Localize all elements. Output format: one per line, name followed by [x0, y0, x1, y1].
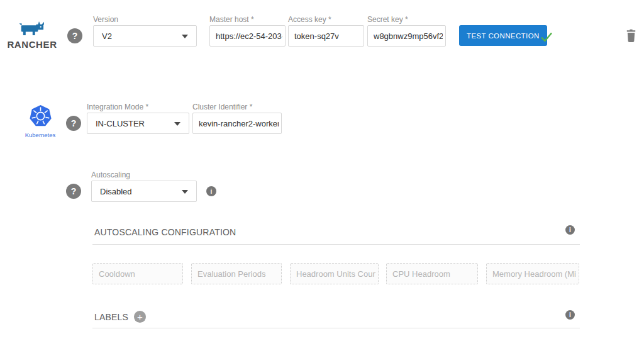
secret-key-field-group: Secret key * — [367, 16, 446, 47]
access-key-label: Access key * — [288, 16, 364, 23]
cooldown-input — [92, 263, 183, 284]
add-label-button[interactable]: + — [134, 311, 146, 323]
access-key-field-group: Access key * — [288, 16, 364, 47]
version-value: V2 — [102, 31, 112, 41]
integration-mode-field-group: Integration Mode * IN-CLUSTER — [87, 103, 189, 134]
chevron-down-icon — [182, 35, 188, 38]
version-field-group: Version V2 — [93, 16, 197, 47]
integration-config-panel: RANCHER ? Version V2 Master host * Acces… — [0, 0, 644, 346]
secret-key-input[interactable] — [367, 25, 446, 47]
version-select[interactable]: V2 — [93, 25, 197, 47]
autoscaling-value: Disabled — [100, 187, 132, 196]
integration-mode-label: Integration Mode * — [87, 103, 189, 111]
delete-trash-icon[interactable] — [626, 29, 636, 44]
section-divider — [92, 244, 580, 245]
kubernetes-help-icon[interactable]: ? — [66, 116, 81, 131]
labels-section-title: LABELS — [94, 312, 128, 322]
rancher-help-icon[interactable]: ? — [67, 28, 82, 43]
integration-mode-value: IN-CLUSTER — [96, 119, 145, 128]
cluster-identifier-input[interactable] — [192, 113, 282, 134]
connection-success-check-icon — [540, 30, 553, 43]
autoscaling-configuration-title: AUTOSCALING CONFIGURATION — [94, 227, 236, 237]
evaluation-periods-input — [191, 263, 282, 284]
autoscaling-field-group: Autoscaling Disabled — [91, 171, 197, 202]
cluster-identifier-label: Cluster Identifier * — [192, 103, 282, 111]
autoscaling-select[interactable]: Disabled — [91, 181, 197, 202]
version-label: Version — [93, 16, 197, 23]
autoscaling-help-icon[interactable]: ? — [66, 184, 81, 199]
kubernetes-helm-icon — [29, 104, 52, 128]
master-host-input[interactable] — [209, 25, 286, 47]
section-divider — [92, 328, 580, 328]
access-key-input[interactable] — [288, 25, 364, 47]
autoscaling-configuration-info-icon[interactable]: i — [565, 225, 575, 235]
cluster-identifier-field-group: Cluster Identifier * — [192, 103, 282, 134]
rancher-bull-icon — [18, 21, 46, 36]
integration-mode-select[interactable]: IN-CLUSTER — [87, 113, 189, 134]
memory-headroom-input — [486, 263, 579, 284]
labels-info-icon[interactable]: i — [565, 310, 575, 320]
secret-key-label: Secret key * — [367, 16, 446, 23]
autoscaling-info-icon[interactable]: i — [206, 186, 216, 196]
autoscaling-label: Autoscaling — [91, 171, 197, 179]
test-connection-button[interactable]: TEST CONNECTION — [459, 25, 547, 46]
kubernetes-logo: Kubernetes — [23, 104, 57, 138]
rancher-logo-text: RANCHER — [7, 39, 57, 50]
headroom-units-count-input — [290, 263, 379, 284]
master-host-label: Master host * — [209, 16, 286, 23]
rancher-logo: RANCHER — [7, 21, 57, 50]
master-host-field-group: Master host * — [209, 16, 286, 47]
chevron-down-icon — [182, 190, 188, 194]
chevron-down-icon — [174, 122, 180, 126]
kubernetes-logo-text: Kubernetes — [23, 131, 57, 138]
cpu-headroom-input — [386, 263, 478, 284]
